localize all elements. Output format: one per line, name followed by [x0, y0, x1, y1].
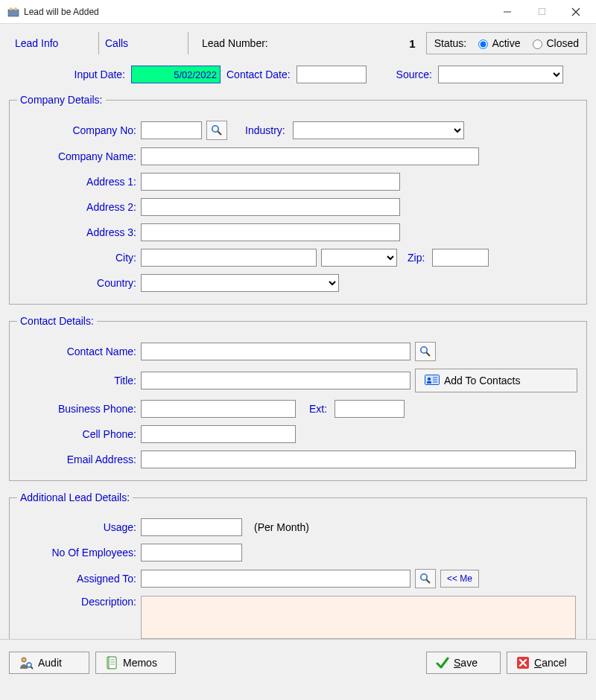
svg-rect-4 [539, 8, 545, 14]
status-active-option[interactable]: Active [474, 37, 520, 49]
save-label: Save [454, 657, 478, 669]
assigned-lookup-button[interactable] [415, 569, 436, 588]
input-date-label: Input Date: [9, 69, 128, 80]
industry-select[interactable] [293, 121, 464, 139]
address2-field[interactable] [141, 198, 400, 216]
company-details-legend: Company Details: [17, 94, 106, 106]
industry-label: Industry: [245, 124, 288, 136]
usage-label: Usage: [17, 521, 136, 533]
svg-line-18 [426, 579, 430, 583]
ext-label: Ext: [309, 403, 330, 415]
status-active-radio[interactable] [478, 39, 488, 49]
audit-button[interactable]: Audit [9, 652, 89, 674]
cell-phone-label: Cell Phone: [17, 428, 136, 440]
audit-label: Audit [38, 657, 62, 669]
additional-details-group: Additional Lead Details: Usage: (Per Mon… [9, 491, 587, 652]
employees-field[interactable] [141, 544, 242, 561]
status-closed-radio[interactable] [533, 39, 542, 49]
ext-field[interactable] [335, 400, 405, 418]
person-search-icon [19, 655, 34, 670]
company-name-field[interactable] [141, 147, 479, 165]
company-no-label: Company No: [17, 124, 136, 136]
business-phone-field[interactable] [141, 400, 296, 418]
app-icon [7, 6, 19, 18]
cancel-button[interactable]: Cancel [507, 652, 587, 674]
email-label: Email Address: [17, 454, 136, 465]
add-to-contacts-button[interactable]: Add To Contacts [415, 369, 577, 392]
contact-card-icon [425, 375, 440, 386]
titlebar: Lead will be Added [0, 0, 596, 24]
company-name-label: Company Name: [17, 150, 136, 162]
cancel-label: Cancel [534, 657, 567, 669]
memos-button[interactable]: Memos [95, 652, 176, 674]
svg-point-19 [22, 658, 26, 662]
search-icon [419, 573, 431, 585]
country-select[interactable] [141, 274, 339, 292]
state-select[interactable] [321, 249, 397, 267]
company-lookup-button[interactable] [206, 121, 227, 140]
assigned-field[interactable] [141, 570, 410, 588]
svg-point-1 [10, 7, 13, 10]
title-label: Title: [17, 375, 136, 386]
x-icon [516, 656, 530, 669]
usage-field[interactable] [141, 518, 242, 536]
input-date-field[interactable] [131, 66, 221, 83]
add-to-contacts-label: Add To Contacts [444, 375, 520, 386]
lead-number-label: Lead Number: [202, 37, 268, 49]
svg-point-7 [212, 126, 218, 132]
svg-line-21 [31, 666, 33, 669]
city-label: City: [17, 252, 136, 264]
description-field[interactable] [141, 596, 576, 639]
status-label: Status: [434, 37, 467, 49]
business-phone-label: Business Phone: [17, 403, 136, 415]
address2-label: Address 2: [17, 201, 136, 213]
address1-label: Address 1: [17, 176, 136, 188]
status-closed-option[interactable]: Closed [528, 37, 579, 49]
search-icon [419, 346, 431, 357]
company-details-group: Company Details: Company No: Industry: C… [9, 94, 587, 305]
cell-phone-field[interactable] [141, 425, 296, 443]
source-label: Source: [396, 69, 435, 80]
address1-field[interactable] [141, 173, 400, 191]
tab-lead-info[interactable]: Lead Info [9, 32, 98, 54]
contact-name-field[interactable] [141, 343, 410, 360]
minimize-button[interactable] [490, 1, 524, 22]
contact-date-field[interactable] [297, 66, 367, 83]
maximize-button[interactable] [524, 1, 559, 22]
contact-date-label: Contact Date: [226, 69, 294, 80]
source-select[interactable] [438, 66, 563, 83]
assign-me-label: << Me [447, 573, 472, 584]
contact-lookup-button[interactable] [415, 342, 436, 361]
employees-label: No Of Employees: [17, 547, 136, 559]
notebook-icon [105, 656, 118, 669]
svg-point-17 [421, 574, 427, 580]
address3-label: Address 3: [17, 226, 136, 238]
close-button[interactable] [559, 1, 593, 22]
zip-field[interactable] [432, 249, 489, 267]
contact-details-legend: Contact Details: [17, 315, 97, 327]
zip-label: Zip: [408, 252, 428, 264]
city-field[interactable] [141, 249, 317, 267]
title-field[interactable] [141, 372, 410, 389]
svg-point-9 [421, 347, 427, 353]
address3-field[interactable] [141, 223, 400, 241]
contact-name-label: Contact Name: [17, 346, 136, 357]
country-label: Country: [17, 277, 136, 289]
lead-number-value: 1 [409, 37, 415, 50]
company-no-field[interactable] [141, 121, 202, 139]
assigned-label: Assigned To: [17, 573, 136, 585]
save-button[interactable]: Save [426, 652, 501, 674]
svg-point-12 [428, 378, 431, 381]
memos-label: Memos [123, 657, 157, 669]
assign-me-button[interactable]: << Me [440, 570, 479, 588]
email-field[interactable] [141, 451, 576, 468]
usage-unit: (Per Month) [254, 521, 312, 533]
additional-details-legend: Additional Lead Details: [17, 491, 133, 503]
svg-point-20 [27, 663, 31, 667]
check-icon [436, 656, 449, 669]
search-icon [211, 124, 223, 136]
footer-bar: Audit Memos Save Cancel [0, 639, 596, 685]
status-group: Status: Active Closed [426, 32, 587, 54]
tab-calls[interactable]: Calls [98, 32, 188, 54]
svg-line-10 [426, 352, 430, 356]
